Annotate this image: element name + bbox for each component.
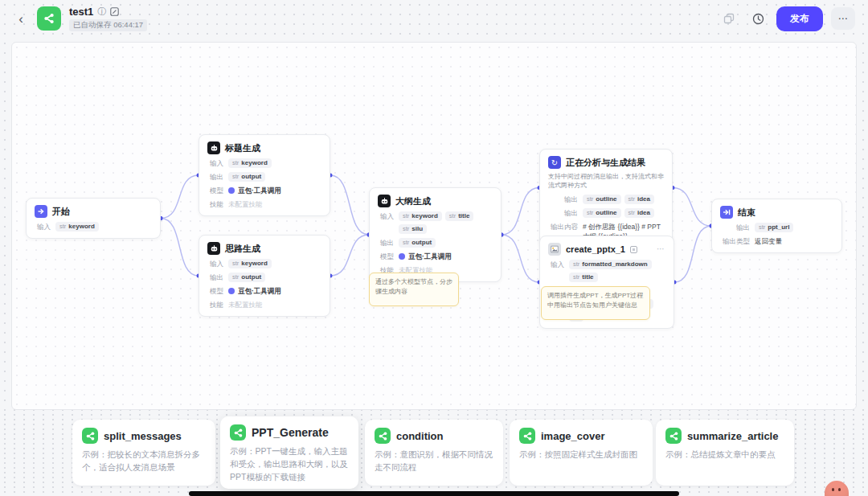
more-menu-button[interactable]: ⋯ xyxy=(831,7,855,30)
node-row: 输出stroutput xyxy=(207,172,321,182)
share-branch-icon xyxy=(522,431,533,441)
model-dot-icon xyxy=(228,288,235,294)
row-label: 输出内容 xyxy=(548,222,578,232)
template-name: split_messages xyxy=(104,430,182,442)
workflow-app-icon xyxy=(37,6,61,31)
node-row: 输出类型返回变量 xyxy=(720,236,833,246)
var-pill: strformatted_markdown xyxy=(569,260,652,269)
row-label: 输出 xyxy=(548,208,578,218)
autosave-status: 已自动保存 06:44:17 xyxy=(69,19,147,31)
row-label: 模型 xyxy=(207,286,223,296)
template-name: PPT_Generate xyxy=(252,426,329,439)
history-icon[interactable] xyxy=(747,8,768,29)
info-icon[interactable]: ⓘ xyxy=(97,7,106,16)
workflow-icon xyxy=(375,428,391,444)
llm-node-icon xyxy=(378,195,391,207)
template-description: 示例：把较长的文本消息拆分多个，适合拟人发消息场景 xyxy=(82,449,206,474)
share-branch-icon xyxy=(43,12,55,25)
template-card-condition[interactable]: condition 示例：意图识别，根据不同情况走不同流程 xyxy=(365,420,503,486)
llm-node-icon xyxy=(207,141,220,154)
model-value: 豆包·工具调用 xyxy=(228,286,281,296)
row-label: 输入 xyxy=(378,211,394,221)
node-row: 输入strkeyword xyxy=(207,158,321,168)
workflow-canvas[interactable]: 开始 输入strkeyword 标题生成 输入strkeyword输出strou… xyxy=(11,42,857,410)
workflow-title: test1 xyxy=(69,6,93,18)
node-row: 技能未配置技能 xyxy=(207,300,321,309)
var-pill: stroutline xyxy=(583,195,621,204)
share-branch-icon xyxy=(233,428,244,438)
node-outline-gen[interactable]: 大纲生成 输入strkeywordstrtitlestrsilu输出strout… xyxy=(369,187,502,282)
row-label: 模型 xyxy=(378,252,394,261)
node-title: 大纲生成 xyxy=(395,195,431,207)
node-message-output[interactable]: ↻ 正在分析与生成结果 支持中间过程的消息输出，支持流式和非流式两种方式 输出s… xyxy=(539,149,673,248)
var-pill: strkeyword xyxy=(399,211,442,221)
var-pill: strppt_url xyxy=(755,223,793,232)
template-description: 示例：PPT一键生成，输入主题和受众，输出思路和大纲，以及PPT模板的下载链接 xyxy=(230,445,349,483)
node-row: 输入strkeywordstrtitlestrsilu xyxy=(378,211,493,234)
row-label: 输入 xyxy=(548,260,564,269)
mascot-character[interactable] xyxy=(825,481,849,496)
var-pill: stroutline xyxy=(583,208,621,218)
node-row: 模型豆包·工具调用 xyxy=(378,252,493,261)
copy-icon[interactable] xyxy=(719,8,739,29)
back-button[interactable]: ‹ xyxy=(13,12,29,26)
model-value: 豆包·工具调用 xyxy=(399,252,452,261)
share-branch-icon xyxy=(378,431,388,441)
node-row: 输入strkeyword xyxy=(207,259,321,268)
var-pill: strtitle xyxy=(569,273,598,282)
model-value: 豆包·工具调用 xyxy=(228,186,281,195)
sticky-note[interactable]: 调用插件生成PPT，生成PPT过程中用输出节点告知用户关键信息 xyxy=(541,286,650,320)
var-pill: stridea xyxy=(624,195,654,204)
var-pill: strkeyword xyxy=(228,259,272,268)
node-row: 输出stroutput xyxy=(207,273,321,282)
var-pill: stroutput xyxy=(228,172,265,182)
row-value-muted: 未配置技能 xyxy=(228,199,263,209)
edit-icon[interactable] xyxy=(110,7,119,16)
workflow-icon xyxy=(665,428,682,444)
template-card-summarize_article[interactable]: summarize_article 示例：总结提炼文章中的要点 xyxy=(656,420,794,486)
node-title: 结束 xyxy=(738,207,755,219)
workflow-icon xyxy=(82,428,98,444)
model-dot-icon xyxy=(399,253,405,260)
node-title: 开始 xyxy=(52,206,70,218)
end-node-icon xyxy=(720,206,733,219)
node-row: 输入strformatted_markdownstrtitle xyxy=(548,260,665,282)
template-name: image_cover xyxy=(541,430,605,442)
template-description: 示例：按照固定样式生成封面图 xyxy=(519,449,643,461)
node-description: 支持中间过程的消息输出，支持流式和非流式两种方式 xyxy=(548,173,664,191)
row-label: 输出 xyxy=(207,273,223,282)
row-label: 输入 xyxy=(35,222,51,232)
var-pill: strkeyword xyxy=(228,158,272,168)
template-name: summarize_article xyxy=(687,430,778,442)
node-start[interactable]: 开始 输入strkeyword xyxy=(26,198,161,239)
node-row: 输出strppt_url xyxy=(720,223,833,232)
node-row: 模型豆包·工具调用 xyxy=(207,286,321,296)
template-description: 示例：总结提炼文章中的要点 xyxy=(665,449,784,461)
node-title-gen[interactable]: 标题生成 输入strkeyword输出stroutput模型豆包·工具调用技能未… xyxy=(199,134,330,216)
node-row: 输出stroutput xyxy=(378,238,493,248)
row-label: 输出 xyxy=(720,223,750,232)
sticky-note[interactable]: 通过多个大模型节点，分步骤生成内容 xyxy=(369,273,459,306)
row-label: 输入 xyxy=(207,158,223,168)
template-card-image_cover[interactable]: image_cover 示例：按照固定样式生成封面图 xyxy=(510,420,653,486)
row-label: 输出 xyxy=(207,172,223,182)
node-silu-gen[interactable]: 思路生成 输入strkeyword输出stroutput模型豆包·工具调用技能未… xyxy=(199,235,330,317)
var-pill: strkeyword xyxy=(55,222,99,232)
node-end[interactable]: 结束 输出strppt_url输出类型返回变量 xyxy=(711,199,842,253)
row-label: 输出 xyxy=(548,195,578,204)
start-node-icon xyxy=(35,205,47,218)
template-description: 示例：意图识别，根据不同情况走不同流程 xyxy=(375,449,493,474)
bottom-bar xyxy=(189,491,679,496)
row-label: 输入 xyxy=(207,259,223,268)
llm-node-icon xyxy=(207,242,220,255)
row-label: 输出 xyxy=(378,238,394,248)
template-card-split_messages[interactable]: split_messages 示例：把较长的文本消息拆分多个，适合拟人发消息场景 xyxy=(72,420,215,486)
row-label: 技能 xyxy=(207,199,223,209)
template-name: condition xyxy=(396,430,444,442)
node-title: 正在分析与生成结果 xyxy=(566,157,645,169)
node-menu-button[interactable]: ⋯ xyxy=(657,245,665,253)
workflow-icon xyxy=(230,424,246,441)
template-card-PPT_Generate[interactable]: PPT_Generate 示例：PPT一键生成，输入主题和受众，输出思路和大纲，… xyxy=(220,416,358,489)
publish-button[interactable]: 发布 xyxy=(776,6,823,31)
top-bar: ‹ test1 ⓘ 已自动保存 06:44:17 发布 ⋯ xyxy=(0,0,868,37)
